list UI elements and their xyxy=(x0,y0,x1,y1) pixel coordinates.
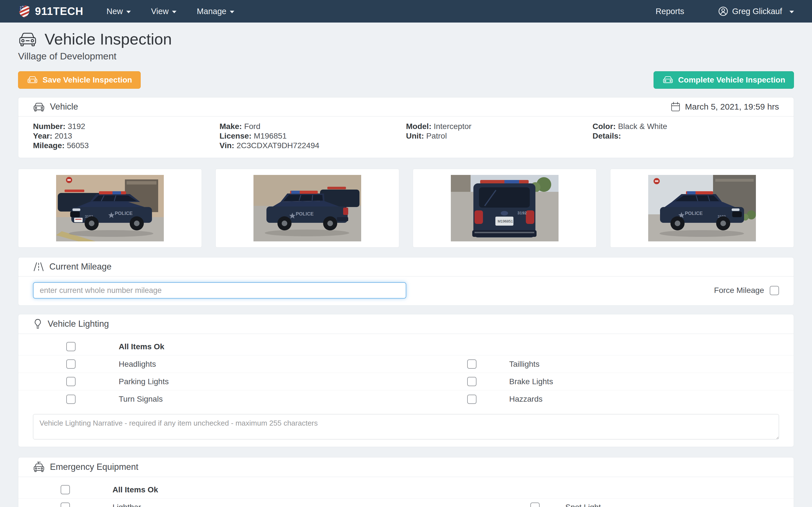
police-car-icon xyxy=(33,462,45,472)
agency-subtitle: Village of Development xyxy=(18,51,794,62)
user-name: Greg Glickauf xyxy=(732,7,782,16)
hazzards-checkbox[interactable] xyxy=(467,395,476,404)
car-front-icon xyxy=(18,31,37,47)
headlights-checkbox[interactable] xyxy=(66,359,75,369)
check-label: Lightbar xyxy=(112,503,530,507)
top-navbar: 911TECH New View Manage Reports Greg Gli… xyxy=(0,0,812,22)
chevron-down-icon xyxy=(126,11,131,13)
emergency-all-items-row: All Items Ok xyxy=(18,481,794,499)
emergency-all-items-ok-checkbox[interactable] xyxy=(61,485,70,494)
vehicle-photo-strip: 3192 POLICE POLICE xyxy=(18,169,794,247)
svg-text:POLICE: POLICE xyxy=(296,211,313,217)
turn-signals-checkbox[interactable] xyxy=(66,395,75,404)
brand-name: 911TECH xyxy=(35,5,84,17)
panel-title: Current Mileage xyxy=(49,262,112,272)
panel-title: Vehicle Lighting xyxy=(48,319,109,329)
shield-flag-icon xyxy=(18,4,31,18)
spot-light-checkbox[interactable] xyxy=(530,503,540,507)
user-menu[interactable]: Greg Glickauf xyxy=(718,6,794,16)
check-label: All Items Ok xyxy=(112,485,530,494)
brand[interactable]: 911TECH xyxy=(18,4,84,18)
vehicle-info-column-1: Number:3192 Year:2013 Mileage:56053 xyxy=(33,122,220,151)
menu-reports[interactable]: Reports xyxy=(645,7,695,16)
vehicle-photo-4-image: 3192 POLICE xyxy=(648,175,756,241)
check-label: Hazzards xyxy=(509,395,794,404)
lighting-row-2: Parking Lights Brake Lights xyxy=(18,373,794,390)
menu-view[interactable]: View xyxy=(141,7,187,16)
vehicle-photo-1[interactable]: 3192 POLICE xyxy=(18,169,202,247)
vehicle-photo-2-image: POLICE xyxy=(253,175,361,241)
taillights-checkbox[interactable] xyxy=(467,359,476,369)
vehicle-info-column-2: Make:Ford License:M196851 Vin:2C3CDXAT9D… xyxy=(220,122,406,151)
lighting-row-1: Headlights Taillights xyxy=(18,355,794,373)
person-circle-icon xyxy=(718,6,728,16)
check-label: Turn Signals xyxy=(119,395,467,404)
parking-lights-checkbox[interactable] xyxy=(66,377,75,386)
vehicle-lighting-panel: Vehicle Lighting All Items Ok Headlights… xyxy=(18,314,794,447)
lighting-row-3: Turn Signals Hazzards xyxy=(18,390,794,408)
current-mileage-panel: Current Mileage Force Mileage xyxy=(18,257,794,305)
check-label: All Items Ok xyxy=(119,342,467,351)
car-front-icon xyxy=(662,75,673,84)
menu-manage[interactable]: Manage xyxy=(187,7,245,16)
save-vehicle-inspection-button[interactable]: Save Vehicle Inspection xyxy=(18,71,141,89)
road-icon xyxy=(33,262,44,272)
emergency-equipment-panel: Emergency Equipment All Items Ok Lightba… xyxy=(18,457,794,507)
check-label: Headlights xyxy=(119,360,467,369)
chevron-down-icon xyxy=(790,11,794,13)
vehicle-panel: Vehicle March 5, 2021, 19:59 hrs Number:… xyxy=(18,97,794,158)
svg-text:POLICE: POLICE xyxy=(685,211,703,216)
chevron-down-icon xyxy=(172,11,176,13)
vehicle-info-column-3: Model:Interceptor Unit:Patrol xyxy=(406,122,593,151)
complete-vehicle-inspection-button[interactable]: Complete Vehicle Inspection xyxy=(654,71,794,89)
brake-lights-checkbox[interactable] xyxy=(467,377,476,386)
panel-title: Emergency Equipment xyxy=(50,462,139,472)
nav-menu: New View Manage xyxy=(96,7,245,16)
vehicle-photo-1-image: 3192 POLICE xyxy=(56,175,164,241)
car-front-icon xyxy=(33,102,45,112)
force-mileage-checkbox[interactable] xyxy=(770,286,779,295)
lightbar-checkbox[interactable] xyxy=(61,503,70,507)
vehicle-photo-2[interactable]: POLICE xyxy=(215,169,399,247)
lighting-all-items-ok-checkbox[interactable] xyxy=(66,342,75,351)
menu-new[interactable]: New xyxy=(96,7,141,16)
check-label: Parking Lights xyxy=(119,377,467,386)
svg-text:M196851: M196851 xyxy=(498,219,513,223)
emergency-check-table: All Items Ok Lightbar Spot Light xyxy=(18,477,794,507)
vehicle-photo-3-image: 3192 M196851 xyxy=(451,175,559,241)
check-label: Brake Lights xyxy=(509,377,794,386)
page-title: Vehicle Inspection xyxy=(18,31,794,48)
current-mileage-input[interactable] xyxy=(33,282,406,298)
panel-title: Vehicle xyxy=(50,102,78,112)
chevron-down-icon xyxy=(230,11,234,13)
svg-text:3192: 3192 xyxy=(517,210,527,215)
calendar-icon xyxy=(671,102,680,112)
lighting-check-table: All Items Ok Headlights Taillights Parki… xyxy=(18,334,794,408)
emergency-row-1: Lightbar Spot Light xyxy=(18,499,794,507)
vehicle-lighting-narrative-textarea[interactable] xyxy=(33,414,779,439)
inspection-timestamp: March 5, 2021, 19:59 hrs xyxy=(671,102,779,112)
vehicle-photo-3[interactable]: 3192 M196851 xyxy=(413,169,597,247)
vehicle-photo-4[interactable]: 3192 POLICE xyxy=(610,169,794,247)
vehicle-info-column-4: Color:Black & White Details: xyxy=(593,122,779,151)
check-label: Spot Light xyxy=(565,503,794,507)
lighting-all-items-row: All Items Ok xyxy=(18,338,794,355)
svg-text:POLICE: POLICE xyxy=(115,211,133,216)
lightbulb-icon xyxy=(33,319,43,329)
check-label: Taillights xyxy=(509,360,794,369)
force-mileage-label: Force Mileage xyxy=(714,286,764,295)
car-front-icon xyxy=(27,75,38,84)
